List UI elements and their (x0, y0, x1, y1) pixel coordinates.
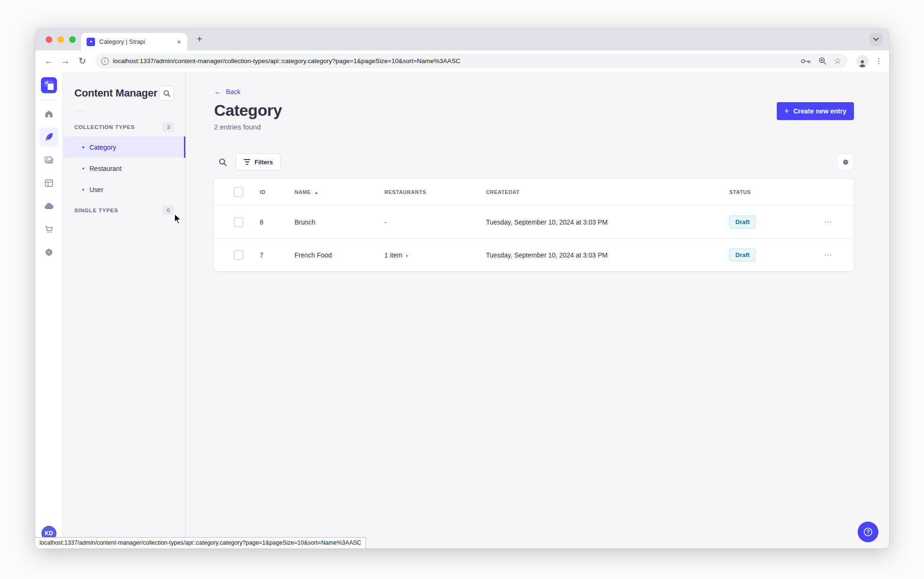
new-tab-button[interactable]: + (194, 34, 205, 44)
filters-button[interactable]: Filters (236, 153, 281, 170)
tab-strip: Category | Strapi × + (35, 28, 889, 50)
browser-toolbar: ← → ↻ i localhost:1337/admin/content-man… (35, 50, 889, 72)
nav-content-manager-button[interactable] (40, 128, 58, 146)
page-info-icon[interactable]: i (101, 57, 109, 65)
window-controls (46, 36, 76, 43)
gear-icon (44, 247, 54, 257)
cell-id: 7 (260, 251, 295, 259)
subnav-divider (74, 111, 86, 111)
zoom-page-icon[interactable] (819, 57, 827, 65)
back-label: Back (226, 88, 240, 96)
strapi-logo[interactable] (41, 77, 57, 93)
feather-icon (44, 132, 54, 142)
column-header-createdat[interactable]: CREATEDAT (486, 189, 729, 195)
tab-close-icon[interactable]: × (175, 38, 183, 46)
strapi-favicon-icon (87, 38, 95, 46)
row-actions-icon[interactable]: ⋯ (824, 250, 832, 259)
browser-menu-icon[interactable]: ⋮ (875, 56, 883, 65)
sidebar-item-label: Restaurant (89, 165, 121, 172)
search-entries-button[interactable] (214, 153, 231, 170)
status-bar-url: localhost:1337/admin/content-manager/col… (35, 537, 366, 548)
page-title: Category (214, 101, 282, 120)
collection-types-count-badge: 3 (163, 122, 174, 132)
table-row-french-food[interactable]: 7 French Food 1 item▾ Tuesday, September… (214, 238, 854, 271)
back-arrow-icon: ← (214, 88, 222, 96)
search-icon (219, 158, 227, 166)
cell-name: Brunch (295, 218, 384, 226)
single-types-count-badge: 0 (163, 206, 174, 215)
sidebar-item-user[interactable]: User (63, 179, 185, 200)
row-checkbox[interactable] (234, 250, 243, 260)
nav-media-library-button[interactable] (40, 151, 58, 169)
cart-icon (44, 224, 54, 234)
nav-home-button[interactable] (40, 105, 58, 123)
column-header-restaurants[interactable]: RESTAURANTS (384, 189, 486, 195)
subnav-title: Content Manager (74, 87, 158, 99)
home-icon (44, 109, 54, 119)
url-text[interactable]: localhost:1337/admin/content-manager/col… (113, 57, 797, 64)
back-link[interactable]: ← Back (214, 88, 240, 96)
single-types-label: SINGLE TYPES (74, 208, 118, 213)
search-icon (163, 90, 170, 97)
nav-marketplace-button[interactable] (40, 220, 58, 239)
column-header-status[interactable]: STATUS (729, 189, 824, 195)
close-window-button[interactable] (46, 36, 52, 43)
cell-restaurants: - (384, 218, 486, 226)
bullet-icon (82, 168, 84, 169)
layout-icon (44, 178, 54, 188)
sidebar-item-label: Category (89, 144, 116, 151)
sidebar-item-label: User (89, 186, 104, 193)
address-bar[interactable]: i localhost:1337/admin/content-manager/c… (96, 54, 848, 68)
row-actions-icon[interactable]: ⋯ (824, 217, 832, 226)
status-badge: Draft (729, 216, 756, 228)
main-nav-rail: KD (35, 72, 63, 548)
create-new-entry-button[interactable]: + Create new entry (777, 102, 854, 120)
strapi-admin: KD Content Manager COLLECTION TYPES 3 Ca… (35, 72, 889, 548)
media-library-icon (44, 155, 54, 165)
cell-createdat: Tuesday, September 10, 2024 at 3:03 PM (486, 218, 729, 226)
cell-id: 8 (260, 218, 295, 226)
tab-search-button[interactable] (869, 33, 883, 46)
browser-tab[interactable]: Category | Strapi × (81, 33, 187, 50)
nav-content-type-builder-button[interactable] (40, 174, 58, 193)
create-button-label: Create new entry (793, 107, 846, 115)
help-icon (863, 527, 873, 537)
filters-label: Filters (255, 159, 273, 166)
table-settings-button[interactable] (837, 153, 854, 170)
row-checkbox[interactable] (234, 217, 243, 227)
reload-icon[interactable]: ↻ (76, 56, 89, 66)
chevron-down-icon: ▾ (406, 253, 408, 258)
collection-types-label: COLLECTION TYPES (74, 124, 135, 130)
subnav-search-button[interactable] (159, 86, 174, 101)
help-button[interactable] (858, 522, 878, 542)
sidebar-item-category[interactable]: Category (63, 137, 185, 158)
browser-window: Category | Strapi × + ← → ↻ i localhost:… (35, 28, 889, 548)
cell-restaurants[interactable]: 1 item▾ (384, 251, 486, 259)
bookmark-star-icon[interactable]: ☆ (834, 56, 841, 66)
nav-settings-button[interactable] (40, 243, 58, 262)
minimize-window-button[interactable] (57, 36, 64, 43)
table-row-brunch[interactable]: 8 Brunch - Tuesday, September 10, 2024 a… (214, 205, 854, 238)
status-badge: Draft (729, 249, 756, 261)
rail-divider (40, 99, 57, 100)
tab-title: Category | Strapi (99, 38, 171, 45)
filter-icon (244, 159, 250, 165)
cell-name: French Food (295, 251, 384, 259)
cloud-icon (43, 201, 55, 212)
column-header-name[interactable]: NAME▲ (295, 189, 384, 195)
forward-icon[interactable]: → (59, 56, 72, 66)
gear-icon (842, 158, 850, 166)
sidebar-item-restaurant[interactable]: Restaurant (63, 158, 185, 179)
password-key-icon[interactable] (801, 58, 811, 64)
main-content: ← Back Category 2 entries found + Create… (186, 72, 889, 548)
entries-table: ID NAME▲ RESTAURANTS CREATEDAT STATUS 8 … (214, 179, 854, 271)
browser-profile-icon[interactable] (856, 55, 868, 67)
back-icon[interactable]: ← (42, 56, 55, 66)
chevron-down-icon (873, 38, 879, 41)
column-header-id[interactable]: ID (260, 189, 295, 195)
entries-count: 2 entries found (214, 123, 282, 131)
nav-deploy-cloud-button[interactable] (40, 197, 58, 216)
zoom-window-button[interactable] (69, 36, 76, 43)
select-all-checkbox[interactable] (234, 187, 243, 197)
cell-createdat: Tuesday, September 10, 2024 at 3:03 PM (486, 251, 729, 259)
